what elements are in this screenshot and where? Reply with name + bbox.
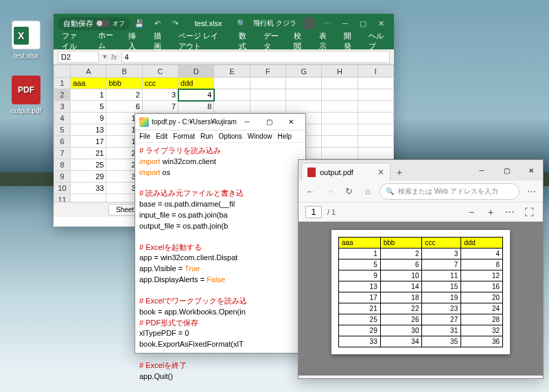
cell[interactable]: ddd <box>178 78 214 89</box>
save-icon[interactable]: 💾 <box>133 17 145 30</box>
desktop-icon-excel-file[interactable]: test.xlsx <box>5 21 47 60</box>
cell[interactable]: 3 <box>142 89 178 101</box>
cell[interactable] <box>358 101 393 113</box>
ribbon-tab-formula[interactable]: 数式 <box>236 30 253 53</box>
cell[interactable] <box>322 148 358 159</box>
cell[interactable]: ccc <box>142 78 178 89</box>
ribbon-tab-help[interactable]: ヘルプ <box>366 30 388 53</box>
back-button[interactable]: ← <box>303 184 318 199</box>
cell[interactable]: 25 <box>71 159 106 171</box>
cell[interactable] <box>358 124 393 136</box>
new-tab-button[interactable]: + <box>390 164 408 181</box>
maximize-button[interactable]: ▢ <box>495 161 518 179</box>
cell[interactable] <box>71 194 106 203</box>
home-button[interactable]: ⌂ <box>360 184 375 199</box>
cell[interactable]: 2 <box>106 89 142 101</box>
cell[interactable] <box>286 89 322 101</box>
user-avatar-icon[interactable] <box>302 16 316 30</box>
cell[interactable] <box>322 113 358 124</box>
maximize-button[interactable]: ▢ <box>259 115 279 129</box>
close-icon[interactable]: ✕ <box>375 17 387 30</box>
cell[interactable]: 6 <box>106 101 142 113</box>
row-header[interactable]: 2 <box>54 89 71 101</box>
zoom-in-button[interactable]: + <box>484 205 498 219</box>
cell[interactable] <box>250 89 285 101</box>
dropdown-icon[interactable]: ▾ <box>103 52 107 61</box>
row-header[interactable]: 1 <box>54 78 71 89</box>
cell[interactable]: 21 <box>71 148 106 159</box>
ribbon-tab-data[interactable]: データ <box>261 30 283 53</box>
cell[interactable]: 8 <box>178 101 214 113</box>
cell[interactable]: 4 <box>178 89 214 101</box>
cell[interactable]: 9 <box>71 113 106 124</box>
cell[interactable] <box>322 101 358 113</box>
undo-icon[interactable]: ↶ <box>151 17 163 30</box>
row-header[interactable]: 10 <box>54 183 71 194</box>
menu-edit[interactable]: Edit <box>156 132 167 140</box>
cell[interactable]: 7 <box>142 101 178 113</box>
page-number-input[interactable] <box>305 206 322 218</box>
cell[interactable] <box>250 101 285 113</box>
cell[interactable] <box>358 78 393 89</box>
minimize-button[interactable]: ─ <box>237 115 257 129</box>
redo-icon[interactable]: ↷ <box>169 17 181 30</box>
column-header[interactable]: H <box>322 65 358 78</box>
cell[interactable]: 5 <box>71 101 106 113</box>
fit-page-icon[interactable]: ⛶ <box>522 205 536 219</box>
menu-help[interactable]: Help <box>277 132 292 140</box>
row-header[interactable]: 7 <box>54 148 71 159</box>
ribbon-tab-layout[interactable]: ページ レイアウト <box>176 30 228 53</box>
ribbon-tab-insert[interactable]: 挿入 <box>126 30 142 53</box>
close-button[interactable]: ✕ <box>519 161 543 179</box>
cell[interactable]: aaa <box>71 78 106 89</box>
cell[interactable] <box>358 148 393 159</box>
row-header[interactable]: 6 <box>54 136 71 148</box>
more-options-icon[interactable]: ⋯ <box>503 205 517 219</box>
ribbon-tab-draw[interactable]: 描画 <box>151 30 167 53</box>
cell[interactable]: 17 <box>71 136 106 148</box>
forward-button[interactable]: → <box>322 184 337 199</box>
cell[interactable] <box>322 136 358 148</box>
column-header[interactable]: A <box>71 65 106 78</box>
cell[interactable] <box>286 101 322 113</box>
column-header[interactable]: C <box>142 65 178 78</box>
menu-button[interactable]: ⋯ <box>524 184 539 199</box>
menu-file[interactable]: File <box>139 132 150 140</box>
ribbon-options-icon[interactable]: ⋯ <box>321 17 334 30</box>
row-header[interactable]: 4 <box>54 113 71 124</box>
cell[interactable] <box>214 101 250 113</box>
maximize-icon[interactable]: ▢ <box>357 17 369 30</box>
browser-tab[interactable]: output.pdf ✕ <box>301 163 390 181</box>
cell[interactable] <box>322 78 358 89</box>
column-header[interactable]: F <box>250 65 285 78</box>
ribbon-tab-review[interactable]: 校閲 <box>291 30 307 53</box>
cell[interactable]: bbb <box>106 78 142 89</box>
desktop-icon-pdf-file[interactable]: PDF output.pdf <box>5 76 47 115</box>
fx-icon[interactable]: fx <box>111 53 117 61</box>
idle-titlebar[interactable]: topdf.py - C:¥Users¥kujiramac¥Desktop¥to… <box>135 114 305 130</box>
menu-run[interactable]: Run <box>200 132 213 140</box>
row-header[interactable]: 3 <box>54 101 71 113</box>
zoom-out-button[interactable]: − <box>465 205 478 219</box>
cell[interactable] <box>322 124 358 136</box>
cell[interactable] <box>358 89 393 101</box>
cell[interactable] <box>214 89 250 101</box>
column-header[interactable]: G <box>286 65 322 78</box>
cell[interactable]: 33 <box>71 183 106 194</box>
row-header[interactable]: 8 <box>54 159 71 171</box>
ribbon-tab-view[interactable]: 表示 <box>316 30 333 53</box>
minimize-icon[interactable]: ─ <box>339 17 351 30</box>
cell[interactable] <box>358 113 393 124</box>
menu-format[interactable]: Format <box>173 132 195 140</box>
row-header[interactable]: 9 <box>54 171 71 183</box>
menu-options[interactable]: Options <box>218 132 242 140</box>
address-bar[interactable]: 🔍 検索または Web アドレスを入力 <box>379 183 519 200</box>
refresh-button[interactable]: ↻ <box>341 184 356 199</box>
name-box[interactable]: D2 <box>58 51 99 63</box>
cell[interactable]: 29 <box>71 171 106 183</box>
cell[interactable] <box>358 136 393 148</box>
cell[interactable]: 1 <box>71 89 106 101</box>
column-header[interactable]: I <box>358 65 393 78</box>
column-header[interactable]: B <box>106 65 142 78</box>
cell[interactable] <box>214 78 250 89</box>
